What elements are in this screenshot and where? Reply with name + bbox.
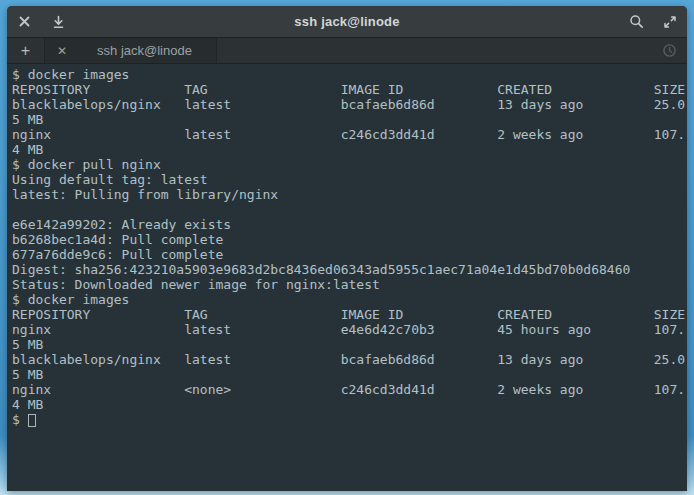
- terminal-line: Status: Downloaded newer image for nginx…: [12, 277, 687, 292]
- terminal-output[interactable]: $ docker images REPOSITORY TAG IMAGE ID …: [7, 64, 687, 491]
- terminal-line: $ docker images: [12, 292, 687, 307]
- terminal-line: blacklabelops/nginx latest bcafaeb6d86d …: [12, 352, 687, 367]
- new-tab-button[interactable]: +: [7, 38, 45, 63]
- search-icon: [629, 14, 644, 29]
- titlebar-right-buttons: [587, 6, 687, 38]
- titlebar-left-buttons: [7, 6, 107, 38]
- tab-ssh-session[interactable]: ✕ ssh jack@linode: [45, 38, 217, 63]
- terminal-line: latest: Pulling from library/nginx: [12, 187, 687, 202]
- terminal-line: e6e142a99202: Already exists: [12, 217, 687, 232]
- close-window-button[interactable]: [7, 6, 41, 38]
- terminal-line: b6268bec1a4d: Pull complete: [12, 232, 687, 247]
- history-clock-icon: [662, 43, 677, 58]
- terminal-line: 4 MB: [12, 397, 687, 412]
- terminal-cursor[interactable]: [28, 414, 36, 427]
- window-title: ssh jack@linode: [107, 14, 587, 29]
- terminal-line: 4 MB: [12, 142, 687, 157]
- tab-label: ssh jack@linode: [81, 43, 208, 58]
- terminal-line: 5 MB: [12, 367, 687, 382]
- terminal-line: $ docker images: [12, 67, 687, 82]
- expand-icon: [663, 15, 677, 29]
- terminal-line: 5 MB: [12, 337, 687, 352]
- shell-prompt: $: [12, 412, 28, 427]
- maximize-button[interactable]: [653, 6, 687, 38]
- download-button[interactable]: [41, 6, 75, 38]
- tab-close-button[interactable]: ✕: [53, 44, 71, 58]
- terminal-line: nginx latest e4e6d42c70b3 45 hours ago 1…: [12, 322, 687, 337]
- terminal-line: $ docker pull nginx: [12, 157, 687, 172]
- terminal-line: 5 MB: [12, 112, 687, 127]
- download-icon: [52, 15, 65, 29]
- terminal-line: blacklabelops/nginx latest bcafaeb6d86d …: [12, 97, 687, 112]
- terminal-line: nginx <none> c246cd3dd41d 2 weeks ago 10…: [12, 382, 687, 397]
- terminal-line: REPOSITORY TAG IMAGE ID CREATED SIZE: [12, 82, 687, 97]
- prompt-line: $: [12, 412, 687, 427]
- terminal-line: 677a76dde9c6: Pull complete: [12, 247, 687, 262]
- terminal-window: ssh jack@linode + ✕ ssh: [7, 6, 687, 491]
- close-icon: [19, 16, 30, 27]
- tabbar: + ✕ ssh jack@linode: [7, 38, 687, 64]
- plus-icon: +: [21, 42, 30, 60]
- terminal-line: REPOSITORY TAG IMAGE ID CREATED SIZE: [12, 307, 687, 322]
- terminal-line: Using default tag: latest: [12, 172, 687, 187]
- search-button[interactable]: [619, 6, 653, 38]
- tabbar-spacer: [217, 38, 651, 63]
- history-button[interactable]: [651, 38, 687, 63]
- close-icon: ✕: [57, 44, 67, 58]
- terminal-line: Digest: sha256:423210a5903e9683d2bc8436e…: [12, 262, 687, 277]
- terminal-line: [12, 202, 687, 217]
- titlebar: ssh jack@linode: [7, 6, 687, 38]
- terminal-line: nginx latest c246cd3dd41d 2 weeks ago 10…: [12, 127, 687, 142]
